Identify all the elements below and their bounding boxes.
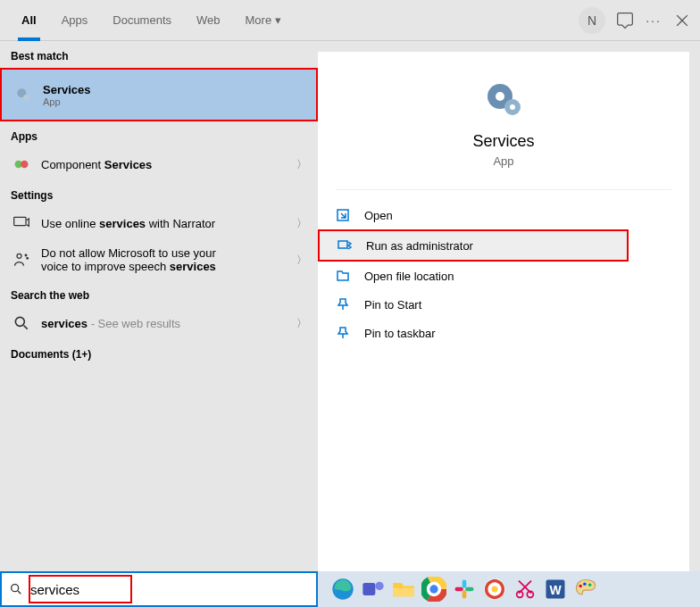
svg-point-18 bbox=[12, 585, 19, 592]
svg-point-10 bbox=[15, 317, 24, 326]
text: with Narrator bbox=[146, 217, 215, 230]
svg-rect-23 bbox=[393, 588, 413, 596]
result-component-services[interactable]: Component Services 〉 bbox=[0, 148, 318, 180]
svg-rect-6 bbox=[14, 217, 26, 225]
folder-icon bbox=[336, 269, 350, 283]
search-icon bbox=[12, 314, 30, 332]
tab-more[interactable]: More ▾ bbox=[233, 0, 294, 41]
feedback-icon[interactable] bbox=[616, 12, 634, 29]
svg-line-19 bbox=[18, 591, 21, 594]
svg-point-8 bbox=[25, 254, 27, 256]
taskbar-edge-icon[interactable] bbox=[330, 577, 355, 602]
text-bold: services bbox=[170, 260, 216, 273]
result-setting-narrator[interactable]: Use online services with Narrator 〉 bbox=[0, 207, 318, 239]
svg-point-41 bbox=[588, 584, 592, 587]
svg-point-5 bbox=[21, 161, 28, 168]
text-bold: services bbox=[41, 317, 88, 330]
svg-rect-30 bbox=[455, 587, 463, 592]
result-web-search[interactable]: services - See web results 〉 bbox=[0, 307, 318, 339]
section-search-web: Search the web bbox=[0, 280, 318, 307]
result-label: Component Services bbox=[41, 158, 296, 171]
chevron-right-icon: 〉 bbox=[296, 216, 307, 231]
action-label: Run as administrator bbox=[366, 239, 473, 253]
user-avatar[interactable]: N bbox=[579, 7, 605, 34]
chevron-right-icon: 〉 bbox=[296, 253, 307, 268]
result-services-app[interactable]: Services App bbox=[0, 68, 318, 121]
result-title: Services bbox=[43, 83, 305, 96]
chevron-right-icon: 〉 bbox=[296, 157, 307, 172]
tab-documents[interactable]: Documents bbox=[100, 0, 184, 41]
admin-shield-icon bbox=[338, 238, 352, 253]
result-label: Do not allow Microsoft to use your voice… bbox=[41, 246, 296, 273]
taskbar-word-icon[interactable]: W bbox=[543, 577, 568, 602]
search-input[interactable] bbox=[30, 582, 309, 597]
svg-point-34 bbox=[492, 586, 498, 593]
details-panel: Services App Open Run as administrator O… bbox=[318, 52, 689, 571]
svg-rect-32 bbox=[465, 587, 473, 592]
svg-rect-17 bbox=[338, 241, 347, 248]
more-options-icon[interactable]: ··· bbox=[645, 12, 662, 29]
action-run-as-administrator[interactable]: Run as administrator bbox=[318, 229, 629, 262]
taskbar-pinned-apps: W bbox=[318, 577, 598, 602]
svg-point-22 bbox=[375, 582, 383, 590]
svg-rect-21 bbox=[362, 583, 375, 595]
top-tab-bar: All Apps Documents Web More ▾ N ··· bbox=[0, 0, 700, 41]
details-subtitle: App bbox=[318, 154, 689, 168]
tab-more-label: More bbox=[246, 13, 272, 27]
svg-point-40 bbox=[583, 582, 587, 586]
svg-point-28 bbox=[429, 585, 438, 593]
tab-apps[interactable]: Apps bbox=[49, 0, 101, 41]
svg-line-11 bbox=[24, 326, 28, 329]
svg-text:W: W bbox=[549, 583, 562, 597]
taskbar-teams-icon[interactable] bbox=[361, 577, 386, 602]
svg-point-39 bbox=[579, 585, 582, 588]
taskbar-snip-icon[interactable] bbox=[512, 577, 538, 602]
text-bold: services bbox=[99, 217, 146, 230]
open-icon bbox=[336, 208, 350, 222]
details-title: Services bbox=[318, 132, 689, 151]
display-icon bbox=[12, 214, 30, 232]
result-label: services - See web results bbox=[41, 317, 296, 330]
svg-point-7 bbox=[17, 254, 21, 258]
text: Do not allow Microsoft to use your bbox=[41, 246, 296, 260]
tab-web[interactable]: Web bbox=[184, 0, 233, 41]
svg-point-3 bbox=[23, 95, 29, 101]
taskbar-slack-icon[interactable] bbox=[452, 577, 477, 602]
gear-icon bbox=[14, 86, 32, 104]
text-bold: Services bbox=[104, 158, 153, 171]
search-icon bbox=[9, 582, 23, 596]
chevron-right-icon: 〉 bbox=[296, 316, 307, 331]
text: Component bbox=[41, 158, 104, 171]
section-settings: Settings bbox=[0, 180, 318, 207]
result-subtitle: App bbox=[43, 96, 305, 107]
taskbar-search-box[interactable] bbox=[0, 571, 318, 607]
section-apps: Apps bbox=[0, 121, 318, 148]
action-label: Open file location bbox=[364, 270, 454, 283]
close-icon[interactable] bbox=[673, 12, 691, 29]
taskbar-app-icon[interactable] bbox=[482, 577, 507, 602]
taskbar: W bbox=[0, 571, 700, 607]
pin-icon bbox=[336, 297, 350, 312]
search-results-panel: Best match Services App Apps Component S… bbox=[0, 41, 318, 571]
text: voice to improve speech bbox=[41, 260, 170, 273]
taskbar-paint-icon[interactable] bbox=[573, 577, 598, 602]
details-action-list: Open Run as administrator Open file loca… bbox=[318, 201, 689, 347]
action-pin-to-taskbar[interactable]: Pin to taskbar bbox=[318, 319, 689, 347]
tab-all[interactable]: All bbox=[9, 0, 49, 41]
action-label: Open bbox=[364, 209, 393, 222]
action-open[interactable]: Open bbox=[318, 201, 689, 229]
text: - See web results bbox=[88, 317, 180, 330]
taskbar-file-explorer-icon[interactable] bbox=[391, 577, 416, 602]
services-large-icon bbox=[482, 79, 525, 121]
action-pin-to-start[interactable]: Pin to Start bbox=[318, 290, 689, 319]
result-setting-speech[interactable]: Do not allow Microsoft to use your voice… bbox=[0, 239, 318, 280]
section-documents: Documents (1+) bbox=[0, 339, 318, 366]
action-open-file-location[interactable]: Open file location bbox=[318, 262, 689, 290]
text: Use online bbox=[41, 217, 99, 230]
action-label: Pin to taskbar bbox=[364, 327, 436, 340]
taskbar-chrome-icon[interactable] bbox=[421, 577, 446, 602]
svg-point-13 bbox=[496, 92, 504, 101]
svg-rect-31 bbox=[462, 590, 467, 598]
svg-point-15 bbox=[510, 104, 515, 110]
pin-icon bbox=[336, 326, 350, 340]
